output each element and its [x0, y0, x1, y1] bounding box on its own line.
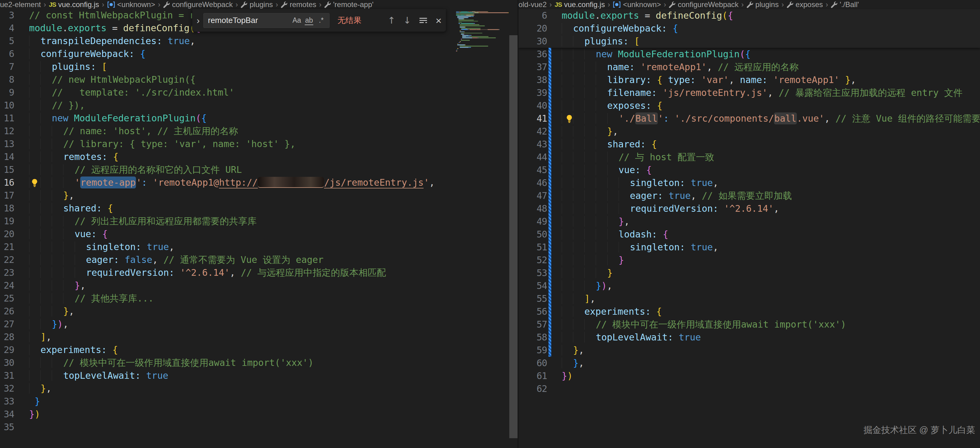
- toggle-replace-icon[interactable]: ›: [197, 16, 200, 25]
- line-number: 12: [0, 125, 14, 137]
- minimap[interactable]: [456, 11, 510, 56]
- breadcrumb-item[interactable]: JSvue.config.js: [49, 0, 99, 9]
- code-line[interactable]: 24 },: [0, 279, 517, 292]
- code-line[interactable]: 42 },: [519, 125, 980, 138]
- code-area[interactable]: 3// const HtmlWebpackPlugin = re4module.…: [0, 9, 517, 434]
- code-line[interactable]: 50 lodash: {: [519, 228, 980, 241]
- indent-guide: [40, 164, 52, 175]
- breadcrumb-item[interactable]: plugins: [241, 0, 273, 9]
- code-line[interactable]: 16 'remote-app': 'remoteApp1@http:///js/…: [0, 176, 517, 189]
- code-line[interactable]: 34}): [0, 408, 517, 421]
- regex-button[interactable]: .*: [315, 17, 328, 24]
- code-line[interactable]: 45 vue: {: [519, 164, 980, 177]
- code-line[interactable]: 6 configureWebpack: {: [0, 48, 517, 61]
- code-line[interactable]: 44 // 与 host 配置一致: [519, 151, 980, 164]
- find-input[interactable]: [207, 15, 291, 26]
- code-line[interactable]: 31 topLevelAwait: true: [0, 369, 517, 382]
- code-line[interactable]: 48 requiredVersion: '^2.6.14',: [519, 202, 980, 215]
- code-line[interactable]: 59 },: [519, 344, 980, 357]
- code-line[interactable]: 60 },: [519, 357, 980, 370]
- code-line[interactable]: 37 name: 'remoteApp1', // 远程应用的名称: [519, 61, 980, 73]
- code-token: plugins:: [52, 61, 102, 72]
- code-line[interactable]: 12 // name: 'host', // 主机应用的名称: [0, 125, 517, 137]
- code-token: // }),: [52, 100, 85, 111]
- indent-guide: [562, 306, 573, 317]
- code-line[interactable]: 7 plugins: [: [0, 61, 517, 73]
- code-line[interactable]: 30 plugins: [: [519, 35, 980, 48]
- code-line[interactable]: 52 }: [519, 254, 980, 266]
- code-line[interactable]: 27 }),: [0, 318, 517, 331]
- indent-guide: [584, 255, 596, 265]
- breadcrumb-item[interactable]: <unknown>: [613, 0, 661, 9]
- code-line[interactable]: 29 experiments: {: [0, 343, 517, 356]
- code-line[interactable]: 58 topLevelAwait: true: [519, 331, 980, 344]
- match-case-button[interactable]: Aa: [291, 17, 303, 24]
- sticky-scroll[interactable]: 6module.exports = defineConfig({20 confi…: [519, 9, 980, 48]
- breadcrumb-item[interactable]: configureWebpack: [669, 0, 738, 9]
- code-line[interactable]: 39 filename: 'js/remoteEntry.js', // 暴露给…: [519, 86, 980, 99]
- code-line[interactable]: 9 // template: './src/index.html': [0, 86, 517, 99]
- code-line[interactable]: 22 eager: false, // 通常不需要为 Vue 设置为 eager: [0, 253, 517, 266]
- code-line[interactable]: 13 // library: { type: 'var', name: 'hos…: [0, 137, 517, 150]
- code-line[interactable]: 46 singleton: true,: [519, 177, 980, 190]
- code-line[interactable]: 62: [519, 383, 980, 395]
- code-line[interactable]: 20 configureWebpack: {: [519, 22, 980, 35]
- code-line[interactable]: 17 },: [0, 189, 517, 202]
- code-line[interactable]: 43 shared: {: [519, 138, 980, 151]
- code-line[interactable]: 35: [0, 421, 517, 434]
- breadcrumb-item[interactable]: remotes: [281, 0, 317, 9]
- find-previous-button[interactable]: ↑: [388, 16, 395, 25]
- code-line[interactable]: 6module.exports = defineConfig({: [519, 9, 980, 22]
- code-line[interactable]: 56 experiments: {: [519, 305, 980, 318]
- code-line[interactable]: 15 // 远程应用的名称和它的入口文件 URL: [0, 163, 517, 176]
- code-line[interactable]: 23 requiredVersion: '^2.6.14', // 与远程应用中…: [0, 266, 517, 279]
- code-line[interactable]: 26 },: [0, 305, 517, 318]
- code-line[interactable]: 38 library: { type: 'var', name: 'remote…: [519, 73, 980, 86]
- code-line[interactable]: 32 },: [0, 382, 517, 395]
- vertical-scrollbar[interactable]: [509, 35, 517, 438]
- code-line[interactable]: 30 // 模块中可在一级作用域直接使用await import('xxx'): [0, 356, 517, 369]
- code-area[interactable]: 36 new ModuleFederationPlugin({37 name: …: [519, 48, 980, 395]
- code-line[interactable]: 33 }: [0, 395, 517, 408]
- code-line[interactable]: 41 './Ball': './src/components/ball.vue'…: [519, 112, 980, 125]
- code-line[interactable]: 57 // 模块中可在一级作用域直接使用await import('xxx'): [519, 318, 980, 331]
- code-line[interactable]: 20 vue: {: [0, 228, 517, 241]
- code-line[interactable]: 61}): [519, 370, 980, 383]
- breadcrumb-item[interactable]: plugins: [747, 0, 779, 9]
- breadcrumb-item[interactable]: old-vue2: [519, 0, 547, 9]
- line-number: 44: [519, 151, 547, 164]
- breadcrumb-item[interactable]: ue2-element: [0, 0, 41, 9]
- code-line[interactable]: 25 // 其他共享库...: [0, 292, 517, 305]
- code-line[interactable]: 10 // }),: [0, 99, 517, 112]
- breadcrumb-item[interactable]: exposes: [787, 0, 823, 9]
- code-line[interactable]: 14 remotes: {: [0, 150, 517, 163]
- code-line[interactable]: 11 new ModuleFederationPlugin({: [0, 112, 517, 125]
- code-line[interactable]: 47 eager: true, // 如果需要立即加载: [519, 190, 980, 202]
- lightbulb-icon[interactable]: [30, 178, 39, 187]
- breadcrumb-item[interactable]: configureWebpack: [163, 0, 233, 9]
- code-line[interactable]: 28 ],: [0, 331, 517, 343]
- close-icon[interactable]: ×: [436, 15, 442, 26]
- breadcrumb-item[interactable]: JSvue.config.js: [555, 0, 605, 9]
- code-line[interactable]: 40 exposes: {: [519, 99, 980, 112]
- breadcrumb-item[interactable]: './Ball': [831, 0, 859, 9]
- chevron-right-icon: ›: [235, 0, 238, 9]
- find-in-selection-button[interactable]: [419, 16, 428, 25]
- code-line[interactable]: 53 }: [519, 266, 980, 279]
- code-line[interactable]: 19 // 列出主机应用和远程应用都需要的共享库: [0, 215, 517, 228]
- breadcrumb-item[interactable]: <unknown>: [107, 0, 155, 9]
- code-line[interactable]: 5 transpileDependencies: true,: [0, 35, 517, 48]
- code-line[interactable]: 36 new ModuleFederationPlugin({: [519, 48, 980, 61]
- lightbulb-icon[interactable]: [565, 114, 574, 123]
- chevron-right-icon: ›: [741, 0, 744, 9]
- code-line[interactable]: 21 singleton: true,: [0, 241, 517, 253]
- whole-word-button[interactable]: ab: [303, 17, 315, 24]
- code-line[interactable]: 51 singleton: true,: [519, 241, 980, 254]
- code-line[interactable]: 55 ],: [519, 292, 980, 305]
- code-line[interactable]: 8 // new HtmlWebpackPlugin({: [0, 73, 517, 86]
- find-next-button[interactable]: ↓: [403, 16, 411, 25]
- code-line[interactable]: 54 }),: [519, 279, 980, 292]
- code-line[interactable]: 49 },: [519, 215, 980, 228]
- code-line[interactable]: 18 shared: {: [0, 202, 517, 215]
- breadcrumb-item[interactable]: 'remote-app': [324, 0, 374, 9]
